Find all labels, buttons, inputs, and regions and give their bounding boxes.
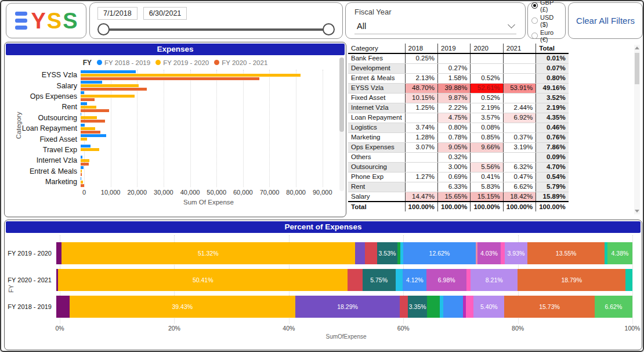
value-cell[interactable]: 0.85%: [471, 132, 503, 142]
bar-segment[interactable]: 3.35%: [408, 296, 427, 318]
bar-segment[interactable]: 13.55%: [527, 242, 605, 264]
bar-segment[interactable]: [396, 269, 403, 291]
value-cell[interactable]: 15.15%: [471, 192, 503, 202]
total-cell[interactable]: 0.09%: [536, 152, 569, 162]
category-cell[interactable]: Entret & Meals: [348, 73, 405, 83]
category-cell[interactable]: Rent: [348, 182, 405, 192]
value-cell[interactable]: 1.28%: [405, 132, 437, 142]
table-scrollbar[interactable]: [634, 45, 640, 214]
category-cell[interactable]: Phone Exp: [348, 172, 405, 182]
value-cell[interactable]: 9.87%: [438, 93, 471, 103]
bar-segment[interactable]: [56, 296, 70, 318]
value-cell[interactable]: 9.66%: [471, 142, 503, 152]
scroll-up-icon[interactable]: [635, 46, 639, 49]
value-cell[interactable]: 3.00%: [438, 162, 471, 172]
bar[interactable]: [81, 163, 89, 166]
value-cell[interactable]: 15.65%: [438, 192, 471, 202]
chart-scrollbar[interactable]: [339, 58, 344, 191]
value-cell[interactable]: 2.19%: [471, 103, 503, 113]
total-cell[interactable]: 0.80%: [536, 73, 569, 83]
legend-item[interactable]: FY 2018 - 2019: [97, 59, 150, 66]
value-cell[interactable]: 3.19%: [503, 142, 536, 152]
radio-icon[interactable]: [531, 2, 538, 9]
table-row[interactable]: Logistics3.74%0.80%0.08%0.46%: [348, 123, 569, 132]
bar-segment[interactable]: 51.32%: [61, 242, 355, 264]
bar-segment[interactable]: 39.43%: [70, 296, 295, 318]
value-cell[interactable]: 9.05%: [438, 142, 471, 152]
bar[interactable]: [81, 84, 139, 87]
bar[interactable]: [81, 124, 85, 127]
category-cell[interactable]: Fixed Asset: [348, 93, 405, 103]
value-cell[interactable]: 3.07%: [405, 142, 437, 152]
category-cell[interactable]: Salary: [348, 192, 405, 202]
bar[interactable]: [81, 98, 95, 101]
value-cell[interactable]: 3.74%: [405, 123, 437, 132]
value-cell[interactable]: 0.08%: [471, 123, 503, 132]
total-cell[interactable]: 5.79%: [536, 182, 569, 192]
category-cell[interactable]: Ops Expenses: [348, 142, 405, 152]
value-cell[interactable]: [503, 63, 536, 73]
column-header[interactable]: Category: [348, 44, 405, 53]
radio-icon[interactable]: [531, 33, 538, 39]
bar-segment[interactable]: 18.79%: [518, 269, 625, 291]
value-cell[interactable]: 5.56%: [471, 162, 503, 172]
table-row[interactable]: Phone Exp1.27%0.69%0.41%0.47%0.54%: [348, 172, 569, 182]
table-row[interactable]: Internet Vzla1.25%2.22%2.19%2.44%2.19%: [348, 103, 569, 113]
total-cell[interactable]: 0.01%: [536, 53, 569, 63]
value-cell[interactable]: 52.61%: [471, 83, 503, 93]
bar[interactable]: [81, 131, 100, 134]
table-row[interactable]: Fixed Asset10.15%9.87%0.52%3.52%: [348, 93, 569, 103]
bar[interactable]: [81, 70, 136, 73]
fy-label[interactable]: FY 2019 - 2020: [5, 250, 56, 257]
value-cell[interactable]: 0.47%: [503, 172, 536, 182]
value-cell[interactable]: [503, 73, 536, 83]
value-cell[interactable]: 14.47%: [405, 192, 437, 202]
value-cell[interactable]: 5.83%: [471, 182, 503, 192]
bar-segment[interactable]: [56, 242, 61, 264]
total-cell[interactable]: 15.89%: [536, 192, 569, 202]
bar[interactable]: [81, 173, 82, 176]
value-cell[interactable]: 53.91%: [503, 83, 536, 93]
table-row[interactable]: Ops Expenses3.07%9.05%9.66%3.19%7.86%: [348, 142, 569, 152]
slider-handle-left[interactable]: [97, 23, 110, 35]
currency-option[interactable]: USD ($): [531, 14, 562, 28]
bar-segment[interactable]: [466, 269, 471, 291]
value-cell[interactable]: [405, 113, 437, 123]
category-cell[interactable]: EYSS Vzla: [348, 83, 405, 93]
bar-segment[interactable]: 5.75%: [363, 269, 396, 291]
bar[interactable]: [81, 181, 83, 184]
category-label[interactable]: Salary: [5, 82, 81, 90]
bar[interactable]: [81, 148, 99, 151]
total-cell[interactable]: 0.46%: [536, 123, 569, 132]
bar-segment[interactable]: 12.62%: [403, 242, 475, 264]
bar[interactable]: [81, 88, 147, 91]
category-cell[interactable]: Development: [348, 63, 405, 73]
value-cell[interactable]: 1.58%: [438, 73, 471, 83]
bar-segment[interactable]: 8.21%: [471, 269, 518, 291]
currency-option[interactable]: Euro (€): [531, 29, 562, 43]
value-cell[interactable]: 1.25%: [405, 103, 437, 113]
value-cell[interactable]: [503, 152, 536, 162]
value-cell[interactable]: 0.32%: [438, 152, 471, 162]
scroll-down-icon[interactable]: [635, 210, 639, 213]
bar[interactable]: [81, 127, 95, 130]
category-cell[interactable]: Bank Fees: [348, 53, 405, 63]
bar-segment[interactable]: [625, 269, 632, 291]
category-label[interactable]: Marketing: [5, 178, 81, 186]
bar-segment[interactable]: 4.12%: [403, 269, 426, 291]
value-cell[interactable]: 1.27%: [405, 172, 437, 182]
column-header[interactable]: 2021: [503, 44, 536, 53]
table-row[interactable]: Loan Repayment4.75%3.57%6.92%4.35%: [348, 113, 569, 123]
bar-segment[interactable]: [365, 242, 377, 264]
fy-label[interactable]: FY 2020 - 2021: [5, 276, 56, 283]
bar-segment[interactable]: 50.41%: [58, 269, 348, 291]
value-cell[interactable]: 4.75%: [438, 113, 471, 123]
value-cell[interactable]: [503, 53, 536, 63]
value-cell[interactable]: 0.37%: [503, 132, 536, 142]
bar-segment[interactable]: 5.40%: [473, 296, 504, 318]
value-cell[interactable]: 3.57%: [471, 113, 503, 123]
bar-segment[interactable]: 3.93%: [505, 242, 527, 264]
value-cell[interactable]: 48.70%: [405, 83, 437, 93]
total-cell[interactable]: 0.07%: [536, 63, 569, 73]
total-cell[interactable]: 7.86%: [536, 142, 569, 152]
